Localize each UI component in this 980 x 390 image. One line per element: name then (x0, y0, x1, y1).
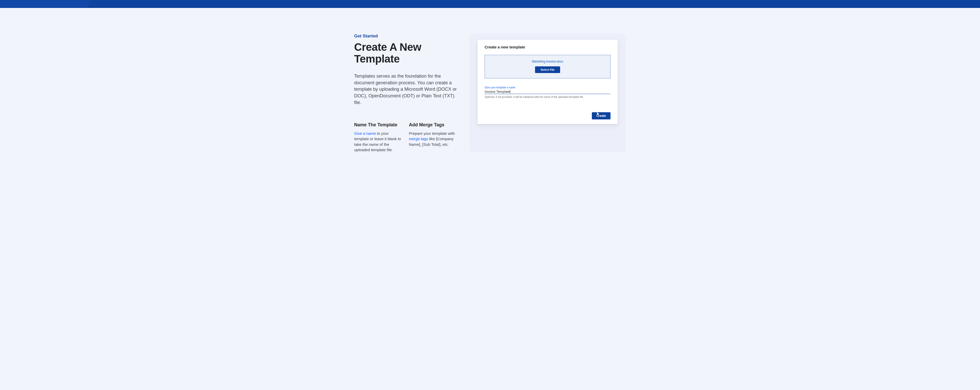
select-file-button[interactable]: Select File (535, 66, 560, 73)
text-cursor (510, 90, 510, 93)
sub-tags-pre: Prepare your template with (409, 131, 455, 136)
template-name-label: Give your template a name (485, 86, 611, 89)
content-row: Get Started Create A New Template Templa… (354, 8, 626, 152)
template-name-input[interactable]: Invoice Template (485, 89, 611, 94)
sub-name-title: Name The Template (354, 122, 403, 128)
create-button[interactable]: Create (592, 112, 611, 120)
template-name-field: Give your template a name Invoice Templa… (485, 86, 611, 98)
eyebrow: Get Started (354, 34, 458, 39)
sub-tags-title: Add Merge Tags (409, 122, 458, 128)
screenshot-panel-wrap: Create a new template Marketing Invoice.… (469, 34, 626, 152)
template-name-helper: Optional. If not provided, it will be in… (485, 96, 611, 98)
dropzone-filename: Marketing Invoice.docx (532, 60, 563, 63)
sub-name-template: Name The Template Give a name to your te… (354, 122, 403, 152)
lead-paragraph: Templates serves as the foundation for t… (354, 73, 458, 106)
page-heading: Create A New Template (354, 41, 458, 65)
sub-merge-tags: Add Merge Tags Prepare your template wit… (409, 122, 458, 152)
sub-tags-body: Prepare your template with merge tags li… (409, 131, 458, 147)
create-button-label: Create (597, 114, 606, 118)
text-column: Get Started Create A New Template Templa… (354, 34, 458, 152)
file-dropzone[interactable]: Marketing Invoice.docx Select File (485, 55, 611, 78)
sub-name-body: Give a name to your template or leave it… (354, 131, 403, 152)
top-band (0, 0, 980, 8)
give-name-link[interactable]: Give a name (354, 131, 376, 136)
panel-title: Create a new template (485, 45, 611, 49)
create-template-panel: Create a new template Marketing Invoice.… (477, 40, 618, 124)
panel-actions: Create (485, 112, 611, 120)
page: Get Started Create A New Template Templa… (0, 8, 980, 152)
merge-tags-link[interactable]: merge tags (409, 137, 428, 141)
template-name-value: Invoice Template (485, 90, 510, 94)
sub-row: Name The Template Give a name to your te… (354, 122, 458, 152)
